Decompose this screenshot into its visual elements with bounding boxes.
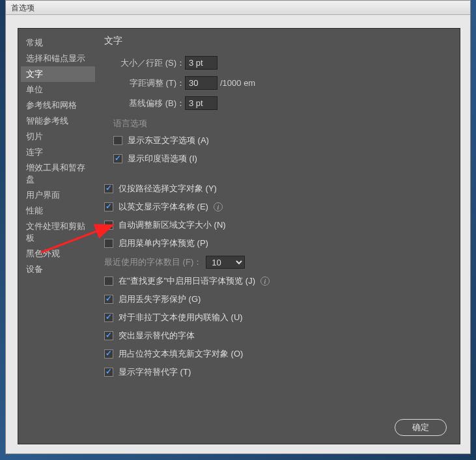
sidebar-item-hyphenation[interactable]: 连字 bbox=[21, 144, 95, 160]
label-alt-glyph: 显示字符替代字 (T) bbox=[119, 366, 191, 378]
sidebar-item-ui[interactable]: 用户界面 bbox=[21, 187, 95, 203]
sidebar-item-file-clipboard[interactable]: 文件处理和剪贴板 bbox=[21, 219, 95, 246]
checkbox-inline-input[interactable] bbox=[104, 313, 113, 322]
main-panel: 文字 大小／行距 (S)： 字距调整 (T)： /1000 em 基线偏移 (B… bbox=[98, 29, 460, 444]
label-jp-preview: 在"查找更多"中启用日语字体预览 (J) bbox=[119, 275, 255, 287]
recent-fonts-label: 最近使用的字体数目 (F)： bbox=[104, 256, 202, 268]
checkbox-english-font[interactable] bbox=[104, 202, 113, 211]
sidebar-item-plugins[interactable]: 增效工具和暂存盘 bbox=[21, 160, 95, 187]
sidebar: 常规 选择和锚点显示 文字 单位 参考线和网格 智能参考线 切片 连字 增效工具… bbox=[18, 29, 98, 444]
window-title: 首选项 bbox=[11, 3, 35, 12]
sidebar-item-selection[interactable]: 选择和锚点显示 bbox=[21, 51, 95, 66]
tracking-suffix: /1000 em bbox=[220, 78, 255, 88]
checkbox-east-asian[interactable] bbox=[113, 136, 122, 145]
checkbox-path-only[interactable] bbox=[104, 184, 113, 193]
checkbox-missing-glyph[interactable] bbox=[104, 295, 113, 304]
baseline-input[interactable] bbox=[185, 96, 217, 110]
checkbox-menu-preview[interactable] bbox=[104, 239, 113, 248]
sidebar-item-guides[interactable]: 参考线和网格 bbox=[21, 98, 95, 113]
label-placeholder: 用占位符文本填充新文字对象 (O) bbox=[119, 348, 243, 360]
sidebar-item-black[interactable]: 黑色外观 bbox=[21, 246, 95, 262]
sidebar-item-smart-guides[interactable]: 智能参考线 bbox=[21, 113, 95, 129]
recent-fonts-select[interactable]: 10 bbox=[206, 256, 245, 269]
panel-title: 文字 bbox=[104, 35, 447, 47]
checkbox-jp-preview[interactable] bbox=[104, 277, 113, 286]
size-leading-input[interactable] bbox=[185, 56, 217, 70]
label-missing-glyph: 启用丢失字形保护 (G) bbox=[119, 293, 201, 305]
info-icon[interactable]: i bbox=[214, 202, 223, 211]
sidebar-item-type[interactable]: 文字 bbox=[21, 66, 95, 82]
label-path-only: 仅按路径选择文字对象 (Y) bbox=[119, 183, 217, 195]
checkbox-alt-glyph[interactable] bbox=[104, 368, 113, 377]
size-leading-label: 大小／行距 (S)： bbox=[113, 57, 185, 69]
sidebar-item-devices[interactable]: 设备 bbox=[21, 262, 95, 277]
tracking-label: 字距调整 (T)： bbox=[117, 77, 185, 89]
label-inline-input: 对于非拉丁文本使用内联输入 (U) bbox=[119, 312, 243, 323]
window-titlebar: 首选项 bbox=[6, 1, 470, 15]
checkbox-highlight-alt[interactable] bbox=[104, 331, 113, 340]
language-group-title: 语言选项 bbox=[113, 118, 447, 129]
tracking-input[interactable] bbox=[185, 76, 217, 90]
label-east-asian: 显示东亚文字选项 (A) bbox=[128, 135, 209, 146]
label-auto-size: 自动调整新区域文字大小 (N) bbox=[119, 219, 226, 231]
preferences-window: 首选项 常规 选择和锚点显示 文字 单位 参考线和网格 智能参考线 切片 连字 … bbox=[5, 0, 471, 454]
info-icon[interactable]: i bbox=[260, 277, 270, 286]
ok-button[interactable]: 确定 bbox=[395, 419, 447, 436]
sidebar-item-units[interactable]: 单位 bbox=[21, 82, 95, 98]
checkbox-auto-size[interactable] bbox=[104, 221, 113, 230]
baseline-label: 基线偏移 (B)： bbox=[117, 98, 185, 109]
dialog-body: 常规 选择和锚点显示 文字 单位 参考线和网格 智能参考线 切片 连字 增效工具… bbox=[18, 28, 460, 444]
sidebar-item-performance[interactable]: 性能 bbox=[21, 203, 95, 219]
label-english-font: 以英文显示字体名称 (E) bbox=[119, 201, 208, 213]
checkbox-indic[interactable] bbox=[113, 154, 122, 163]
sidebar-item-slices[interactable]: 切片 bbox=[21, 129, 95, 144]
checkbox-placeholder[interactable] bbox=[104, 349, 113, 359]
label-menu-preview: 启用菜单内字体预览 (P) bbox=[119, 237, 208, 249]
label-highlight-alt: 突出显示替代的字体 bbox=[119, 330, 195, 342]
sidebar-item-general[interactable]: 常规 bbox=[21, 35, 95, 51]
label-indic: 显示印度语选项 (I) bbox=[128, 153, 197, 165]
